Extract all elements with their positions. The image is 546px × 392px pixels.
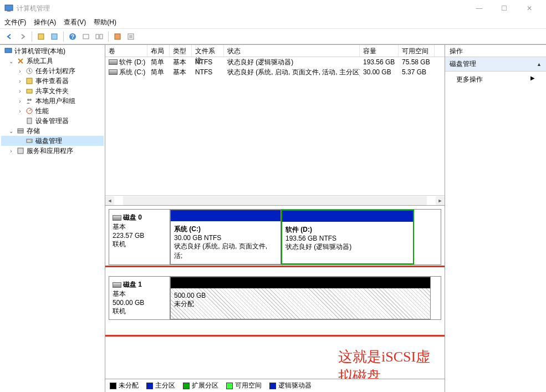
swatch-primary (146, 383, 153, 389)
col-type[interactable]: 类型 (170, 45, 192, 57)
clock-icon (25, 67, 34, 75)
svg-rect-19 (18, 129, 23, 131)
tree-root[interactable]: 计算机管理(本地) (1, 46, 104, 56)
submenu-arrow-icon: ▶ (530, 75, 535, 84)
storage-icon (16, 126, 25, 135)
menu-help[interactable]: 帮助(H) (94, 18, 116, 27)
svg-rect-3 (52, 34, 57, 39)
tree-device-manager[interactable]: › 设备管理器 (1, 116, 104, 126)
volume-list-header: 卷 布局 类型 文件系统 状态 容量 可用空间 (105, 45, 445, 57)
menu-action[interactable]: 操作(A) (34, 18, 56, 27)
annotation-text: 这就是iSCSI虚拟磁盘 (338, 347, 445, 379)
collapse-icon[interactable]: ⌄ (8, 128, 14, 134)
disk-icon (113, 282, 121, 288)
tool-btn-4[interactable] (93, 30, 105, 43)
disk-row[interactable]: 磁盘 1基本500.00 GB联机500.00 GB未分配 (109, 276, 441, 320)
menu-view[interactable]: 查看(V) (64, 18, 86, 27)
device-icon (25, 116, 34, 125)
app-icon (4, 4, 13, 13)
col-free[interactable]: 可用空间 (399, 45, 435, 57)
svg-rect-20 (18, 131, 23, 133)
collapse-icon: ▲ (537, 62, 542, 67)
minimize-button[interactable]: — (467, 0, 492, 17)
expand-icon[interactable]: › (17, 68, 23, 74)
volume-row[interactable]: 系统 (C:)简单基本NTFS状态良好 (系统, 启动, 页面文件, 活动, 主… (105, 67, 445, 77)
users-icon (25, 96, 34, 105)
actions-header: 操作 (445, 45, 546, 57)
tree-shared-folders[interactable]: › 共享文件夹 (1, 86, 104, 96)
horizontal-scrollbar[interactable]: ◄► (105, 195, 445, 205)
tool-btn-2[interactable] (48, 30, 60, 43)
actions-panel: 操作 磁盘管理 ▲ 更多操作 ▶ (445, 45, 546, 392)
col-volume[interactable]: 卷 (105, 45, 147, 57)
forward-button[interactable] (17, 30, 29, 43)
services-icon (16, 146, 25, 155)
svg-rect-13 (27, 78, 32, 84)
tree-task-scheduler[interactable]: › 任务计划程序 (1, 66, 104, 76)
swatch-free (226, 383, 233, 389)
volume-icon (109, 59, 118, 65)
collapse-icon[interactable]: ⌄ (8, 58, 14, 64)
computer-icon (4, 47, 13, 55)
col-filesystem[interactable]: 文件系统 (192, 45, 224, 57)
disk-icon (113, 215, 121, 221)
swatch-unallocated (110, 383, 116, 389)
tree-event-viewer[interactable]: › 事件查看器 (1, 76, 104, 86)
menubar: 文件(F) 操作(A) 查看(V) 帮助(H) (0, 17, 546, 29)
tool-btn-1[interactable] (35, 30, 47, 43)
svg-rect-8 (100, 34, 103, 39)
maximize-button[interactable]: ☐ (492, 0, 517, 17)
svg-rect-14 (27, 89, 32, 93)
help-button[interactable]: ? (67, 30, 79, 43)
folder-icon (25, 86, 34, 95)
tool-btn-6[interactable] (125, 30, 137, 43)
center-panel: 卷 布局 类型 文件系统 状态 容量 可用空间 软件 (D:)简单基本NTFS状… (105, 45, 445, 392)
tree-system-tools[interactable]: ⌄ 系统工具 (1, 56, 104, 66)
svg-rect-23 (18, 148, 23, 154)
col-layout[interactable]: 布局 (147, 45, 170, 57)
disk-row[interactable]: 磁盘 0基本223.57 GB联机系统 (C:)30.00 GB NTFS状态良… (109, 209, 441, 265)
disk-info: 磁盘 0基本223.57 GB联机 (109, 210, 170, 264)
disk-info: 磁盘 1基本500.00 GB联机 (109, 277, 170, 319)
menu-file[interactable]: 文件(F) (4, 18, 26, 27)
back-button[interactable] (3, 30, 16, 43)
actions-more[interactable]: 更多操作 ▶ (445, 72, 546, 88)
expand-icon[interactable]: › (17, 98, 23, 104)
svg-text:?: ? (71, 34, 74, 40)
window-title: 计算机管理 (17, 4, 467, 13)
expand-icon[interactable]: › (17, 88, 23, 94)
tree-disk-management[interactable]: › 磁盘管理 (1, 136, 104, 146)
partition[interactable]: 500.00 GB未分配 (170, 277, 431, 319)
volume-list: 卷 布局 类型 文件系统 状态 容量 可用空间 软件 (D:)简单基本NTFS状… (105, 45, 445, 206)
tree-local-users[interactable]: › 本地用户和组 (1, 96, 104, 106)
svg-point-16 (29, 99, 32, 101)
tool-btn-3[interactable] (80, 30, 92, 43)
disk-icon (25, 136, 34, 145)
svg-rect-6 (83, 34, 89, 39)
svg-point-15 (27, 99, 29, 101)
performance-icon (25, 106, 34, 115)
svg-rect-9 (115, 34, 120, 39)
expand-icon[interactable]: › (8, 148, 14, 154)
partition[interactable]: 系统 (C:)30.00 GB NTFS状态良好 (系统, 启动, 页面文件, … (170, 210, 281, 264)
tools-icon (16, 57, 25, 65)
toolbar: ? (0, 29, 546, 44)
actions-disk-mgmt[interactable]: 磁盘管理 ▲ (445, 57, 546, 72)
expand-icon[interactable]: › (17, 78, 23, 84)
partition[interactable]: 软件 (D:)193.56 GB NTFS状态良好 (逻辑驱动器) (281, 210, 414, 264)
volume-row[interactable]: 软件 (D:)简单基本NTFS状态良好 (逻辑驱动器)193.56 GB75.5… (105, 57, 445, 67)
swatch-logical (269, 383, 276, 389)
legend: 未分配 主分区 扩展分区 可用空间 逻辑驱动器 (105, 379, 445, 392)
tree-performance[interactable]: › 性能 (1, 106, 104, 116)
tree-services[interactable]: › 服务和应用程序 (1, 146, 104, 156)
volume-icon (109, 69, 118, 75)
expand-icon[interactable]: › (17, 108, 23, 114)
svg-rect-11 (5, 48, 12, 53)
svg-rect-18 (27, 118, 32, 124)
tool-btn-5[interactable] (111, 30, 124, 43)
col-status[interactable]: 状态 (224, 45, 360, 57)
tree-storage[interactable]: ⌄ 存储 (1, 126, 104, 136)
col-capacity[interactable]: 容量 (360, 45, 399, 57)
close-button[interactable]: ✕ (517, 0, 542, 17)
tree-panel[interactable]: 计算机管理(本地) ⌄ 系统工具 › 任务计划程序 › 事件查看器 › 共享文件… (0, 45, 105, 392)
